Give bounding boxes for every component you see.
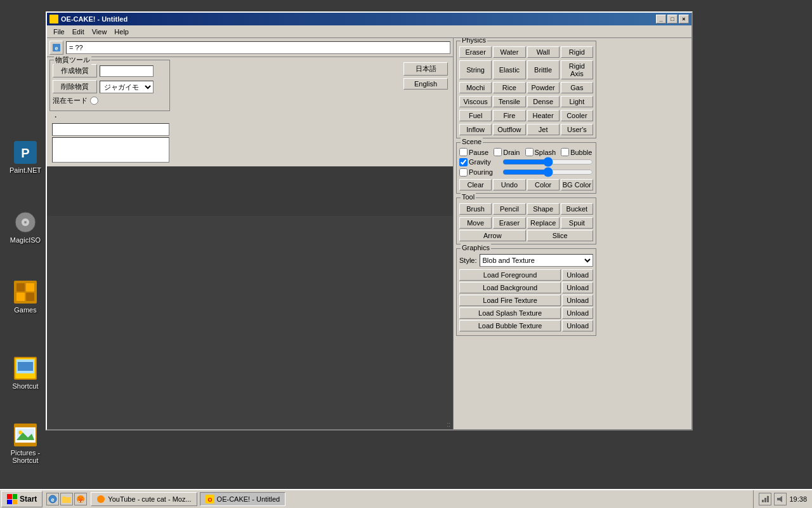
create-material-button[interactable]: 作成物質: [53, 64, 97, 77]
unload-bubble-texture-btn[interactable]: Unload: [562, 320, 593, 331]
start-button[interactable]: Start: [1, 491, 43, 507]
material-text-field-1[interactable]: [52, 123, 169, 136]
physics-string-btn[interactable]: String: [459, 60, 492, 79]
physics-eraser-btn[interactable]: Eraser: [459, 46, 492, 58]
unload-foreground-btn[interactable]: Unload: [562, 269, 593, 281]
material-text-field-2[interactable]: [52, 137, 169, 163]
physics-powder-btn[interactable]: Powder: [527, 82, 560, 93]
graphics-label: Graphics: [461, 244, 491, 251]
tool-replace-btn[interactable]: Replace: [527, 217, 560, 229]
japanese-button[interactable]: 日本語: [403, 62, 448, 76]
svg-point-17: [18, 431, 22, 434]
canvas-area[interactable]: ::: [47, 216, 453, 429]
physics-users-btn[interactable]: User's: [561, 124, 593, 135]
load-splash-texture-btn[interactable]: Load Splash Texture: [459, 307, 561, 319]
physics-inflow-btn[interactable]: Inflow: [459, 124, 492, 135]
maximize-button[interactable]: □: [667, 15, 678, 23]
desktop-icon-paintnet[interactable]: P Paint.NET: [6, 140, 44, 174]
gravity-slider[interactable]: [502, 157, 593, 166]
splash-checkbox[interactable]: [525, 148, 534, 156]
menu-file[interactable]: File: [49, 27, 69, 37]
load-fire-texture-btn[interactable]: Load Fire Texture: [459, 295, 561, 306]
material-name-input[interactable]: [100, 65, 154, 77]
unload-fire-texture-btn[interactable]: Unload: [562, 295, 593, 306]
right-panel: Physics Eraser Water Wall Rigid String E…: [453, 38, 599, 429]
taskbar-folder-icon[interactable]: [60, 493, 73, 505]
unload-splash-texture-btn[interactable]: Unload: [562, 307, 593, 319]
tool-row-2: Move Eraser Replace Spuit: [459, 217, 593, 229]
pause-checkbox[interactable]: [459, 148, 468, 156]
physics-water-btn[interactable]: Water: [493, 46, 525, 58]
title-bar-left: OE-CAKE! - Untitled: [49, 15, 128, 23]
physics-row-3: Mochi Rice Powder Gas: [459, 82, 593, 93]
tool-pencil-btn[interactable]: Pencil: [493, 203, 525, 215]
material-dropdown[interactable]: ジャガイモ: [100, 81, 154, 93]
physics-wall-btn[interactable]: Wall: [527, 46, 560, 58]
tool-brush-btn[interactable]: Brush: [459, 203, 492, 215]
physics-rice-btn[interactable]: Rice: [493, 82, 525, 93]
menu-edit[interactable]: Edit: [69, 27, 88, 37]
tool-arrow-btn[interactable]: Arrow: [459, 230, 526, 241]
menu-help[interactable]: Help: [110, 27, 133, 37]
physics-cooler-btn[interactable]: Cooler: [561, 110, 593, 121]
taskbar-ie-icon[interactable]: e: [46, 493, 59, 505]
drain-checkbox[interactable]: [494, 148, 502, 156]
desktop-icon-shortcut[interactable]: Shortcut: [6, 356, 44, 390]
canvas-resize-handle[interactable]: ::: [447, 421, 450, 428]
window-title: OE-CAKE! - Untitled: [61, 15, 128, 23]
physics-mochi-btn[interactable]: Mochi: [459, 82, 492, 93]
unload-background-btn[interactable]: Unload: [562, 282, 593, 293]
minimize-button[interactable]: _: [656, 15, 666, 23]
tool-move-btn[interactable]: Move: [459, 217, 492, 229]
delete-material-row: 削除物質 ジャガイモ: [53, 80, 167, 93]
english-button[interactable]: English: [403, 78, 448, 90]
desktop-icon-magiciso[interactable]: MagicISO: [6, 210, 44, 244]
taskbar-task-youtube[interactable]: YouTube - cute cat - Moz...: [91, 492, 197, 506]
tool-bucket-btn[interactable]: Bucket: [561, 203, 593, 215]
mix-mode-label: 混在モード: [53, 96, 88, 105]
desktop-icon-paintnet-label: Paint.NET: [6, 166, 44, 174]
physics-tensile-btn[interactable]: Tensile: [493, 96, 525, 107]
physics-heater-btn[interactable]: Heater: [527, 110, 560, 121]
physics-jet-btn[interactable]: Jet: [527, 124, 560, 135]
physics-fire-btn[interactable]: Fire: [493, 110, 525, 121]
undo-button[interactable]: Undo: [493, 179, 525, 190]
physics-row-4: Viscous Tensile Dense Light: [459, 96, 593, 107]
bubble-checkbox[interactable]: [561, 148, 569, 156]
tool-shape-btn[interactable]: Shape: [527, 203, 560, 215]
style-dropdown[interactable]: Blob and Texture: [480, 254, 593, 267]
mix-mode-radio[interactable]: [90, 97, 98, 105]
tool-eraser-btn[interactable]: Eraser: [493, 217, 525, 229]
toolbar-input[interactable]: [66, 41, 450, 54]
gravity-checkbox[interactable]: [459, 158, 468, 166]
close-button[interactable]: ×: [679, 15, 689, 23]
load-foreground-btn[interactable]: Load Foreground: [459, 269, 561, 281]
physics-dense-btn[interactable]: Dense: [527, 96, 560, 107]
menu-view[interactable]: View: [88, 27, 111, 37]
physics-rigidaxis-btn[interactable]: Rigid Axis: [561, 60, 593, 79]
tool-slice-btn[interactable]: Slice: [527, 230, 594, 241]
load-bubble-texture-btn[interactable]: Load Bubble Texture: [459, 320, 561, 331]
toolbar-nav-button[interactable]: e: [49, 41, 63, 55]
physics-brittle-btn[interactable]: Brittle: [527, 60, 560, 79]
color-button[interactable]: Color: [527, 179, 560, 190]
physics-rigid-btn[interactable]: Rigid: [561, 46, 593, 58]
physics-outflow-btn[interactable]: Outflow: [493, 124, 525, 135]
physics-gas-btn[interactable]: Gas: [561, 82, 593, 93]
pouring-slider[interactable]: [502, 168, 593, 177]
bg-color-button[interactable]: BG Color: [561, 179, 593, 190]
delete-material-button[interactable]: 削除物質: [53, 80, 97, 93]
physics-fuel-btn[interactable]: Fuel: [459, 110, 492, 121]
pouring-checkbox[interactable]: [459, 168, 468, 177]
physics-elastic-btn[interactable]: Elastic: [493, 60, 525, 79]
svg-text:O: O: [207, 497, 212, 503]
clear-button[interactable]: Clear: [459, 179, 492, 190]
desktop-icon-pictures[interactable]: Pictures - Shortcut: [6, 422, 44, 464]
desktop-icon-games[interactable]: Games: [6, 279, 44, 314]
load-background-btn[interactable]: Load Background: [459, 282, 561, 293]
taskbar-task-oecake[interactable]: O OE-CAKE! - Untitled: [200, 492, 286, 506]
physics-viscous-btn[interactable]: Viscous: [459, 96, 492, 107]
tool-spuit-btn[interactable]: Spuit: [561, 217, 593, 229]
taskbar-ie2-icon[interactable]: 🦊: [74, 493, 87, 505]
physics-light-btn[interactable]: Light: [561, 96, 593, 107]
